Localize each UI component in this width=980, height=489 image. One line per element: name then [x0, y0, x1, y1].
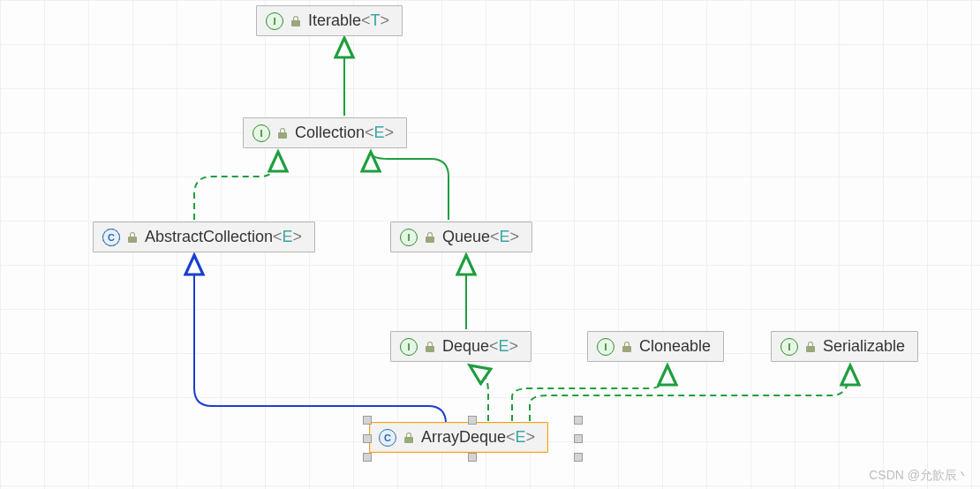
watermark: CSDN @允歆辰丶	[869, 468, 969, 484]
node-label: ArrayDeque<E>	[421, 428, 535, 447]
abstract-class-icon: C	[102, 229, 120, 246]
node-serializable[interactable]: I Serializable	[771, 331, 918, 362]
interface-icon: I	[400, 338, 418, 356]
node-queue[interactable]: I Queue<E>	[390, 222, 532, 252]
resize-handle[interactable]	[574, 453, 583, 462]
node-label: Deque<E>	[442, 337, 518, 356]
lock-icon	[277, 128, 288, 139]
node-iterable[interactable]: I Iterable<T>	[256, 5, 403, 36]
node-label: Serializable	[823, 337, 905, 356]
lock-icon	[127, 232, 138, 243]
class-icon: C	[379, 429, 396, 447]
interface-icon: I	[780, 338, 798, 356]
resize-handle[interactable]	[574, 434, 583, 443]
interface-icon: I	[266, 12, 283, 30]
node-label: Cloneable	[639, 337, 711, 356]
node-deque[interactable]: I Deque<E>	[390, 331, 531, 362]
lock-icon	[622, 342, 632, 352]
resize-handle[interactable]	[468, 453, 477, 462]
node-label: Iterable<T>	[308, 11, 389, 30]
resize-handle[interactable]	[468, 416, 477, 425]
node-label: Collection<E>	[295, 124, 394, 142]
resize-handle[interactable]	[363, 453, 372, 462]
lock-icon	[425, 232, 435, 243]
node-label: AbstractCollection<E>	[145, 228, 302, 246]
lock-icon	[805, 342, 816, 352]
resize-handle[interactable]	[574, 416, 583, 425]
interface-icon: I	[400, 229, 418, 246]
lock-icon	[403, 433, 414, 443]
interface-icon: I	[597, 338, 614, 356]
lock-icon	[425, 342, 435, 352]
node-label: Queue<E>	[442, 228, 519, 246]
resize-handle[interactable]	[363, 416, 372, 425]
node-cloneable[interactable]: I Cloneable	[587, 331, 724, 362]
interface-icon: I	[253, 124, 270, 142]
resize-handle[interactable]	[363, 434, 372, 443]
node-arraydeque[interactable]: C ArrayDeque<E>	[369, 422, 548, 453]
lock-icon	[290, 16, 301, 26]
node-abstractcollection[interactable]: C AbstractCollection<E>	[93, 222, 315, 252]
node-collection[interactable]: I Collection<E>	[243, 117, 407, 148]
